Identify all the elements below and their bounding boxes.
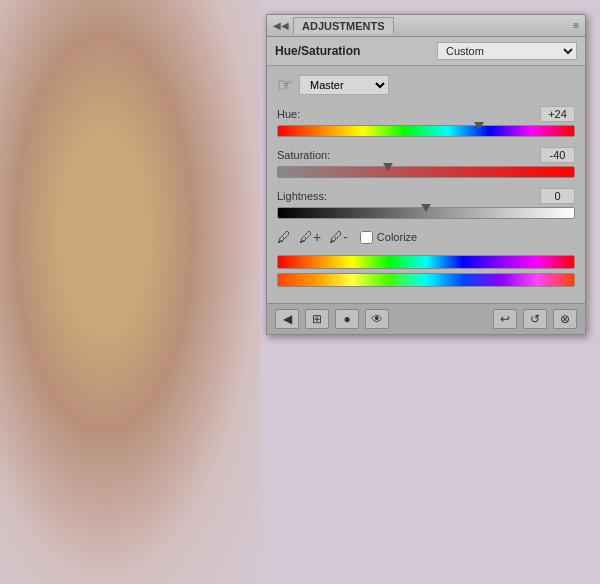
- adjustment-type-title: Hue/Saturation: [275, 44, 360, 58]
- hand-tool-icon[interactable]: ☞: [277, 74, 293, 96]
- eyedropper-icon[interactable]: 🖊: [277, 229, 291, 245]
- layers-button[interactable]: ⊞: [305, 309, 329, 329]
- lightness-label-row: Lightness: 0: [277, 188, 575, 204]
- toolbar-right: ↩ ↺ ⊗: [493, 309, 577, 329]
- panel-body: ☞ Master Reds Yellows Greens Cyans Blues…: [267, 66, 585, 303]
- circle-button[interactable]: ●: [335, 309, 359, 329]
- saturation-value[interactable]: -40: [540, 147, 575, 163]
- color-bars: [277, 255, 575, 287]
- saturation-slider-row: Saturation: -40: [277, 147, 575, 178]
- titlebar-left: ◀◀ ADJUSTMENTS: [273, 17, 394, 34]
- preset-select[interactable]: Custom Default Cyanotype Increase Satura…: [437, 42, 577, 60]
- adjusted-color-bar: [277, 273, 575, 287]
- back-button[interactable]: ◀: [275, 309, 299, 329]
- lightness-thumb[interactable]: [421, 204, 431, 212]
- refresh-button[interactable]: ↺: [523, 309, 547, 329]
- channel-select[interactable]: Master Reds Yellows Greens Cyans Blues M…: [299, 75, 389, 95]
- panel-header: Hue/Saturation Custom Default Cyanotype …: [267, 37, 585, 66]
- collapse-icon[interactable]: ◀◀: [273, 20, 289, 31]
- panel-titlebar: ◀◀ ADJUSTMENTS ≡: [267, 15, 585, 37]
- saturation-label-row: Saturation: -40: [277, 147, 575, 163]
- eyedropper-subtract-icon[interactable]: 🖊-: [329, 229, 348, 245]
- bottom-toolbar: ◀ ⊞ ● 👁 ↩ ↺ ⊗: [267, 303, 585, 334]
- hue-label: Hue:: [277, 108, 300, 120]
- hue-slider-row: Hue: +24: [277, 106, 575, 137]
- hue-thumb[interactable]: [474, 122, 484, 130]
- lightness-slider-row: Lightness: 0: [277, 188, 575, 219]
- eyedropper-add-icon[interactable]: 🖊+: [299, 229, 321, 245]
- toolbar-left: ◀ ⊞ ● 👁: [275, 309, 389, 329]
- saturation-thumb[interactable]: [383, 163, 393, 171]
- return-button[interactable]: ↩: [493, 309, 517, 329]
- lightness-track[interactable]: [277, 207, 575, 219]
- original-color-bar: [277, 255, 575, 269]
- panel-menu-icon[interactable]: ≡: [573, 20, 579, 31]
- titlebar-icons: ≡: [573, 20, 579, 31]
- hue-label-row: Hue: +24: [277, 106, 575, 122]
- master-select-wrap: Master Reds Yellows Greens Cyans Blues M…: [299, 75, 389, 95]
- colorize-label: Colorize: [377, 231, 417, 243]
- panel-tab[interactable]: ADJUSTMENTS: [293, 17, 394, 34]
- lightness-value[interactable]: 0: [540, 188, 575, 204]
- eye-button[interactable]: 👁: [365, 309, 389, 329]
- colorize-checkbox[interactable]: [360, 231, 373, 244]
- eyedropper-row: 🖊 🖊+ 🖊- Colorize: [277, 229, 575, 245]
- lightness-label: Lightness:: [277, 190, 327, 202]
- hue-value[interactable]: +24: [540, 106, 575, 122]
- adjustments-panel: ◀◀ ADJUSTMENTS ≡ Hue/Saturation Custom D…: [266, 14, 586, 335]
- colorize-wrap: Colorize: [360, 231, 417, 244]
- hue-track[interactable]: [277, 125, 575, 137]
- saturation-label: Saturation:: [277, 149, 330, 161]
- master-row: ☞ Master Reds Yellows Greens Cyans Blues…: [277, 74, 575, 96]
- saturation-track[interactable]: [277, 166, 575, 178]
- preset-dropdown[interactable]: Custom Default Cyanotype Increase Satura…: [437, 42, 577, 60]
- reset-button[interactable]: ⊗: [553, 309, 577, 329]
